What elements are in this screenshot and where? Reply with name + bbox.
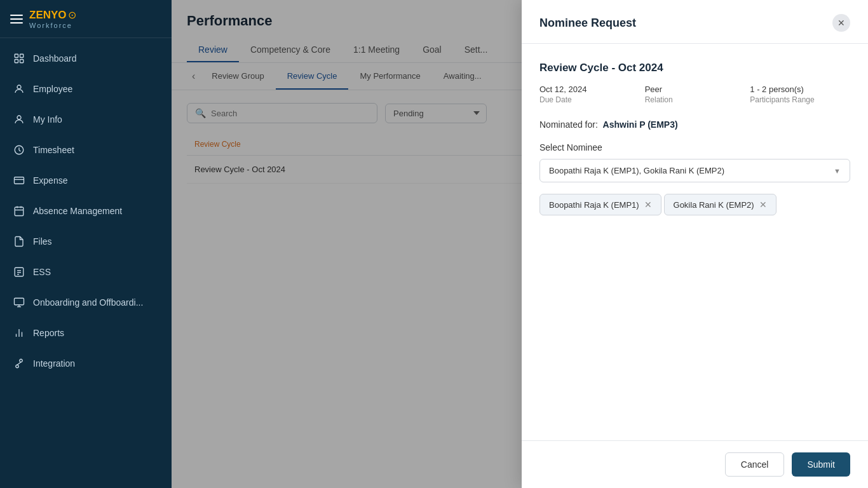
meta-participants-label: Participants Range <box>750 95 850 104</box>
sidebar-item-expense[interactable]: Expense <box>0 165 172 196</box>
meta-relation-value: Peer <box>645 85 745 94</box>
svg-rect-2 <box>15 60 18 63</box>
expense-icon <box>13 174 25 187</box>
sidebar-item-myinfo[interactable]: My Info <box>0 104 172 135</box>
reports-icon <box>13 327 25 339</box>
meta-grid: Oct 12, 2024 Due Date Peer Relation 1 - … <box>539 85 850 104</box>
remove-nominee-emp2-button[interactable]: ✕ <box>759 200 767 210</box>
meta-due-date-value: Oct 12, 2024 <box>539 85 640 94</box>
sidebar-item-employee[interactable]: Employee <box>0 74 172 104</box>
sidebar-item-onboarding-label: Onboarding and Offboardi... <box>33 297 143 308</box>
svg-point-4 <box>17 85 21 89</box>
logo-circle-icon: ⊙ <box>68 9 76 21</box>
employee-icon <box>13 83 25 95</box>
svg-rect-13 <box>15 268 24 276</box>
sidebar-item-ess[interactable]: ESS <box>0 257 172 287</box>
sidebar: ZENYO ⊙ Workforce Dashboard Employee My … <box>0 0 172 488</box>
nominated-for-value: Ashwini P (EMP3) <box>603 119 678 130</box>
main-content: Performance Review Competency & Core 1:1… <box>172 0 868 488</box>
modal-header: Nominee Request ✕ <box>522 0 868 44</box>
sidebar-item-onboarding[interactable]: Onboarding and Offboardi... <box>0 287 172 318</box>
svg-rect-9 <box>15 207 24 216</box>
integration-icon <box>13 357 25 370</box>
sidebar-navigation: Dashboard Employee My Info Timesheet <box>0 38 172 488</box>
nominee-tag-emp1-label: Boopathi Raja K (EMP1) <box>549 200 639 210</box>
sidebar-item-ess-label: ESS <box>33 267 51 277</box>
modal-panel: Nominee Request ✕ Review Cycle - Oct 202… <box>522 0 868 488</box>
modal-overlay: Nominee Request ✕ Review Cycle - Oct 202… <box>172 0 868 488</box>
sidebar-item-dashboard-label: Dashboard <box>33 53 77 64</box>
svg-rect-3 <box>20 60 24 63</box>
sidebar-item-timesheet[interactable]: Timesheet <box>0 135 172 165</box>
nominated-for: Nominated for: Ashwini P (EMP3) <box>539 119 850 130</box>
svg-rect-17 <box>15 298 24 305</box>
logo-subtext: Workforce <box>29 22 76 29</box>
dashboard-icon <box>13 52 25 65</box>
remove-nominee-emp1-button[interactable]: ✕ <box>644 200 652 210</box>
timesheet-icon <box>13 144 25 156</box>
svg-line-25 <box>17 362 21 365</box>
meta-due-date-label: Due Date <box>539 95 640 104</box>
logo-accent: ZENYO <box>29 9 67 22</box>
sidebar-item-absence[interactable]: Absence Management <box>0 196 172 226</box>
ess-icon <box>13 266 25 278</box>
nominee-tag-emp1: Boopathi Raja K (EMP1) ✕ <box>539 194 661 215</box>
cancel-button[interactable]: Cancel <box>725 452 785 477</box>
nominated-for-label: Nominated for: <box>539 119 598 130</box>
onboarding-icon <box>13 296 25 309</box>
modal-footer: Cancel Submit <box>522 440 868 488</box>
meta-due-date: Oct 12, 2024 Due Date <box>539 85 640 104</box>
meta-relation-label: Relation <box>645 95 745 104</box>
svg-rect-0 <box>15 54 18 57</box>
meta-participants: 1 - 2 person(s) Participants Range <box>750 85 850 104</box>
svg-rect-1 <box>20 54 24 57</box>
nominee-tag-emp2-label: Gokila Rani K (EMP2) <box>674 200 754 210</box>
modal-title: Nominee Request <box>539 17 636 30</box>
sidebar-item-reports-label: Reports <box>33 328 64 338</box>
sidebar-item-absence-label: Absence Management <box>33 206 122 216</box>
nominee-dropdown-value: Boopathi Raja K (EMP1), Gokila Rani K (E… <box>549 166 724 175</box>
sidebar-item-dashboard[interactable]: Dashboard <box>0 43 172 74</box>
svg-point-23 <box>16 365 19 368</box>
svg-point-5 <box>17 116 21 119</box>
nominee-dropdown[interactable]: Boopathi Raja K (EMP1), Gokila Rani K (E… <box>539 159 850 182</box>
svg-rect-7 <box>15 177 24 184</box>
myinfo-icon <box>13 113 25 126</box>
modal-review-cycle-title: Review Cycle - Oct 2024 <box>539 62 850 74</box>
sidebar-item-files[interactable]: Files <box>0 226 172 257</box>
files-icon <box>13 235 25 248</box>
sidebar-item-myinfo-label: My Info <box>33 114 62 125</box>
absence-icon <box>13 205 25 217</box>
svg-point-24 <box>20 359 23 362</box>
sidebar-item-integration[interactable]: Integration <box>0 348 172 379</box>
select-nominee-label: Select Nominee <box>539 142 850 152</box>
sidebar-item-employee-label: Employee <box>33 84 72 94</box>
sidebar-item-files-label: Files <box>33 236 52 247</box>
modal-body: Review Cycle - Oct 2024 Oct 12, 2024 Due… <box>522 44 868 440</box>
chevron-down-icon: ▼ <box>834 167 841 175</box>
sidebar-header: ZENYO ⊙ Workforce <box>0 0 172 38</box>
sidebar-item-timesheet-label: Timesheet <box>33 145 74 155</box>
submit-button[interactable]: Submit <box>792 452 850 477</box>
app-logo: ZENYO ⊙ Workforce <box>29 9 76 29</box>
sidebar-item-expense-label: Expense <box>33 175 67 186</box>
modal-close-button[interactable]: ✕ <box>832 14 850 32</box>
sidebar-item-reports[interactable]: Reports <box>0 318 172 348</box>
hamburger-menu[interactable] <box>10 15 23 24</box>
sidebar-item-integration-label: Integration <box>33 358 75 369</box>
meta-participants-value: 1 - 2 person(s) <box>750 85 850 94</box>
nominee-tag-emp2: Gokila Rani K (EMP2) ✕ <box>664 194 776 215</box>
meta-relation: Peer Relation <box>645 85 745 104</box>
